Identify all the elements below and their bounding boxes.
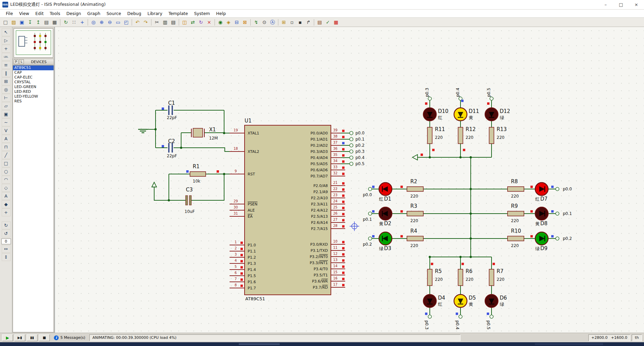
capacitor-C1[interactable] [169,105,172,115]
terminal-tool[interactable]: ◎ [2,86,11,93]
library-manager-button[interactable]: L [19,59,24,64]
menu-template[interactable]: Template [165,10,191,17]
line-tool[interactable]: ╱ [2,151,11,159]
marker-tool[interactable]: + [2,208,11,216]
play-button[interactable]: ▶ [2,334,13,341]
remove-sheet-button[interactable]: ▪ [296,18,304,26]
resistor-R12[interactable] [458,127,463,144]
device-item-led-green[interactable]: LED-GREEN [13,85,54,89]
new-design-button[interactable]: □ [1,18,10,26]
rotate-anticlockwise[interactable]: ↺ [2,230,11,237]
virtual-instruments-tool[interactable]: ⊓ [2,143,11,151]
zoom-out-button[interactable]: ⊖ [106,18,114,26]
arc-tool[interactable]: ◠ [2,176,11,184]
crystal-x1[interactable] [191,128,204,137]
resistor-R5[interactable] [427,269,432,286]
menu-design[interactable]: Design [63,10,84,17]
box-tool[interactable]: □ [2,159,11,167]
open-design-button[interactable]: ▨ [10,18,18,26]
wire[interactable] [191,174,224,200]
tape-recorder-tool[interactable]: ▣ [2,110,11,118]
redo-button[interactable]: ↷ [142,18,150,26]
block-delete-button[interactable]: × [205,18,213,26]
led-D2[interactable] [379,207,392,220]
resistor-R10[interactable] [508,236,524,241]
block-copy-button[interactable]: ◫ [180,18,189,26]
save-design-button[interactable]: ▣ [18,18,26,26]
false-origin-button[interactable]: + [78,18,86,26]
print-design-button[interactable]: ▤ [42,18,50,26]
resistor-R11[interactable] [427,127,432,144]
terminal-p0.0-right[interactable] [556,187,559,191]
led-D5[interactable] [454,294,467,307]
mirror-horizontal[interactable]: ↔ [2,245,11,253]
led-D3[interactable] [379,232,392,245]
block-move-button[interactable]: ⇄ [189,18,197,26]
led-D1[interactable] [379,183,392,196]
graph-tool[interactable]: ▱ [2,102,11,110]
device-item-res[interactable]: RES [13,99,54,104]
wire-autorouter-button[interactable]: ↯ [252,18,260,26]
menu-graph[interactable]: Graph [84,10,103,17]
wire-label-tool[interactable]: LBL [2,53,11,61]
subcircuit-tool[interactable]: ⊞ [2,77,11,85]
menu-source[interactable]: Source [103,10,124,17]
terminal-p0.4[interactable] [350,156,353,159]
make-device-button[interactable]: ◈ [224,18,233,26]
led-D10[interactable] [423,108,436,121]
menu-help[interactable]: Help [213,10,229,17]
pick-device-button[interactable]: ◉ [216,18,224,26]
message-count[interactable]: 5 Message(s) [60,335,85,340]
zoom-area-button[interactable]: ◰ [122,18,130,26]
resistor-R9[interactable] [508,211,524,216]
terminal-p0.1-right[interactable] [556,212,559,215]
menu-file[interactable]: File [3,10,16,17]
import-section-button[interactable]: ↧ [26,18,34,26]
new-sheet-button[interactable]: ▫ [288,18,296,26]
pause-button[interactable]: ▮▮ [27,334,38,341]
terminal-p0.3[interactable] [350,150,353,153]
cut-button[interactable]: ✂ [153,18,161,26]
menu-view[interactable]: View [16,10,32,17]
symbol-tool[interactable]: ◆ [2,200,11,208]
menu-debug[interactable]: Debug [124,10,144,17]
search-and-tag-button[interactable]: ⊙ [260,18,268,26]
refresh-display-button[interactable]: ↻ [62,18,70,26]
menu-library[interactable]: Library [144,10,165,17]
terminal-p0.0[interactable] [350,131,353,135]
current-probe-tool[interactable]: A [2,135,11,143]
rotation-angle-display[interactable]: 0 [1,239,11,244]
terminal-p0.3-top[interactable] [428,97,431,100]
junction-dot-tool[interactable]: + [2,45,11,53]
terminal-p0.2-right[interactable] [556,237,559,240]
terminal-p0.0-left[interactable] [368,187,372,191]
decompose-button[interactable]: ⊠ [241,18,249,26]
capacitor-C2[interactable] [169,143,172,153]
netlist-to-ares-button[interactable]: ▦ [332,18,340,26]
minimize-button[interactable]: – [598,0,613,9]
text-script-tool[interactable]: ≡ [2,61,11,69]
block-rotate-button[interactable]: ↻ [197,18,205,26]
undo-button[interactable]: ↶ [133,18,142,26]
voltage-probe-tool[interactable]: V [2,127,11,134]
led-D8[interactable] [535,207,548,220]
menu-system[interactable]: System [191,10,213,17]
mark-output-area-button[interactable]: ▦ [50,18,59,26]
schematic-editor[interactable]: C122pFC222pFX112MR110kC310uFU1AT89C5119X… [55,27,644,333]
electrical-rule-check-button[interactable]: ✓ [324,18,332,26]
resistor-R7[interactable] [489,269,494,286]
wire[interactable] [224,110,230,133]
selection-tool[interactable]: ↖ [2,28,11,36]
led-D6[interactable] [485,294,498,307]
menu-tools[interactable]: Tools [47,10,63,17]
close-button[interactable]: × [629,0,644,9]
zoom-in-button[interactable]: ⊕ [98,18,106,26]
device-item-led-yellow[interactable]: LED-YELLOW [13,94,54,99]
resistor-R8[interactable] [508,187,524,191]
capacitor-C3[interactable] [186,196,191,205]
bus-tool[interactable]: ∥ [2,69,11,77]
zoom-all-button[interactable]: ▭ [114,18,122,26]
maximize-button[interactable]: □ [613,0,629,9]
design-explorer-button[interactable]: ⊞ [280,18,288,26]
terminal-p0.5-bottom[interactable] [490,315,493,318]
